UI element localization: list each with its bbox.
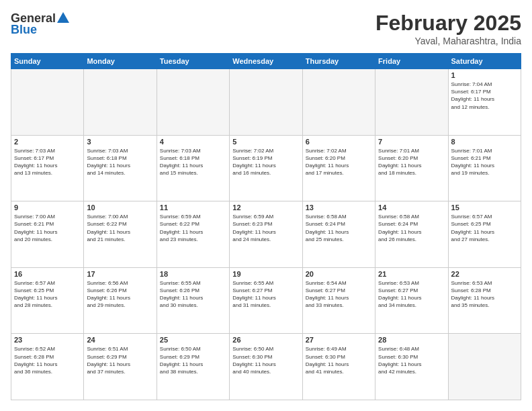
table-row: 9Sunrise: 7:00 AM Sunset: 6:21 PM Daylig…	[11, 201, 84, 268]
day-info: Sunrise: 7:01 AM Sunset: 6:20 PM Dayligh…	[378, 147, 445, 177]
day-info: Sunrise: 6:55 AM Sunset: 6:26 PM Dayligh…	[160, 279, 226, 310]
table-row: 24Sunrise: 6:51 AM Sunset: 6:29 PM Dayli…	[84, 334, 157, 400]
table-row: 5Sunrise: 7:02 AM Sunset: 6:19 PM Daylig…	[230, 135, 302, 201]
calendar-week-row: 16Sunrise: 6:57 AM Sunset: 6:25 PM Dayli…	[11, 267, 521, 334]
day-number: 7	[378, 138, 445, 146]
table-row: 4Sunrise: 7:03 AM Sunset: 6:18 PM Daylig…	[157, 135, 229, 201]
day-number: 19	[232, 270, 299, 278]
day-info: Sunrise: 6:51 AM Sunset: 6:29 PM Dayligh…	[87, 345, 153, 375]
table-row: 21Sunrise: 6:53 AM Sunset: 6:27 PM Dayli…	[375, 267, 448, 334]
day-info: Sunrise: 6:48 AM Sunset: 6:30 PM Dayligh…	[378, 345, 445, 375]
day-info: Sunrise: 6:49 AM Sunset: 6:30 PM Dayligh…	[306, 345, 372, 375]
col-sunday: Sunday	[11, 54, 84, 69]
calendar-week-row: 23Sunrise: 6:52 AM Sunset: 6:28 PM Dayli…	[11, 334, 521, 400]
table-row	[157, 69, 229, 136]
day-info: Sunrise: 6:57 AM Sunset: 6:25 PM Dayligh…	[451, 213, 518, 243]
day-number: 27	[306, 336, 372, 344]
day-info: Sunrise: 7:02 AM Sunset: 6:19 PM Dayligh…	[232, 147, 299, 177]
day-number: 8	[451, 138, 518, 146]
day-number: 15	[451, 203, 518, 212]
calendar-week-row: 2Sunrise: 7:03 AM Sunset: 6:17 PM Daylig…	[11, 135, 521, 201]
calendar-header-row: Sunday Monday Tuesday Wednesday Thursday…	[11, 54, 521, 69]
calendar-week-row: 1Sunrise: 7:04 AM Sunset: 6:17 PM Daylig…	[11, 69, 521, 136]
day-number: 23	[14, 336, 81, 344]
table-row: 23Sunrise: 6:52 AM Sunset: 6:28 PM Dayli…	[11, 334, 84, 400]
page: General Blue February 2025 Yaval, Mahara…	[0, 0, 532, 411]
day-number: 18	[160, 270, 226, 278]
day-info: Sunrise: 6:55 AM Sunset: 6:27 PM Dayligh…	[232, 279, 299, 310]
day-number: 16	[14, 270, 81, 278]
sub-title: Yaval, Maharashtra, India	[375, 36, 521, 46]
day-info: Sunrise: 6:50 AM Sunset: 6:29 PM Dayligh…	[160, 345, 226, 375]
day-number: 10	[87, 203, 153, 212]
table-row: 8Sunrise: 7:01 AM Sunset: 6:21 PM Daylig…	[448, 135, 521, 201]
main-title: February 2025	[375, 11, 521, 36]
table-row: 17Sunrise: 6:56 AM Sunset: 6:26 PM Dayli…	[84, 267, 157, 334]
day-number: 12	[232, 203, 299, 212]
col-monday: Monday	[84, 54, 157, 69]
calendar-week-row: 9Sunrise: 7:00 AM Sunset: 6:21 PM Daylig…	[11, 201, 521, 268]
table-row: 26Sunrise: 6:50 AM Sunset: 6:30 PM Dayli…	[230, 334, 302, 400]
day-info: Sunrise: 7:01 AM Sunset: 6:21 PM Dayligh…	[451, 147, 518, 177]
table-row: 6Sunrise: 7:02 AM Sunset: 6:20 PM Daylig…	[302, 135, 375, 201]
day-number: 3	[87, 138, 153, 146]
day-number: 28	[378, 336, 445, 344]
day-info: Sunrise: 7:00 AM Sunset: 6:21 PM Dayligh…	[14, 213, 81, 243]
day-number: 22	[451, 270, 518, 278]
day-number: 17	[87, 270, 153, 278]
table-row: 2Sunrise: 7:03 AM Sunset: 6:17 PM Daylig…	[11, 135, 84, 201]
title-block: February 2025 Yaval, Maharashtra, India	[375, 11, 521, 46]
table-row: 16Sunrise: 6:57 AM Sunset: 6:25 PM Dayli…	[11, 267, 84, 334]
day-info: Sunrise: 7:02 AM Sunset: 6:20 PM Dayligh…	[306, 147, 372, 177]
table-row: 3Sunrise: 7:03 AM Sunset: 6:18 PM Daylig…	[84, 135, 157, 201]
day-info: Sunrise: 6:53 AM Sunset: 6:28 PM Dayligh…	[451, 279, 518, 310]
table-row: 18Sunrise: 6:55 AM Sunset: 6:26 PM Dayli…	[157, 267, 229, 334]
day-number: 24	[87, 336, 153, 344]
table-row: 28Sunrise: 6:48 AM Sunset: 6:30 PM Dayli…	[375, 334, 448, 400]
table-row: 14Sunrise: 6:58 AM Sunset: 6:24 PM Dayli…	[375, 201, 448, 268]
table-row: 25Sunrise: 6:50 AM Sunset: 6:29 PM Dayli…	[157, 334, 229, 400]
day-number: 1	[451, 71, 518, 79]
day-info: Sunrise: 7:03 AM Sunset: 6:18 PM Dayligh…	[87, 147, 153, 177]
table-row	[84, 69, 157, 136]
day-number: 9	[14, 203, 81, 212]
table-row: 27Sunrise: 6:49 AM Sunset: 6:30 PM Dayli…	[302, 334, 375, 400]
table-row: 10Sunrise: 7:00 AM Sunset: 6:22 PM Dayli…	[84, 201, 157, 268]
day-number: 5	[232, 138, 299, 146]
table-row: 19Sunrise: 6:55 AM Sunset: 6:27 PM Dayli…	[230, 267, 302, 334]
day-info: Sunrise: 6:50 AM Sunset: 6:30 PM Dayligh…	[232, 345, 299, 375]
table-row	[11, 69, 84, 136]
day-info: Sunrise: 6:53 AM Sunset: 6:27 PM Dayligh…	[378, 279, 445, 310]
col-tuesday: Tuesday	[157, 54, 229, 69]
day-info: Sunrise: 7:03 AM Sunset: 6:17 PM Dayligh…	[14, 147, 81, 177]
col-thursday: Thursday	[302, 54, 375, 69]
table-row	[448, 334, 521, 400]
day-info: Sunrise: 6:57 AM Sunset: 6:25 PM Dayligh…	[14, 279, 81, 310]
day-number: 21	[378, 270, 445, 278]
day-number: 14	[378, 203, 445, 212]
header: General Blue February 2025 Yaval, Mahara…	[11, 11, 521, 46]
day-number: 25	[160, 336, 226, 344]
table-row: 22Sunrise: 6:53 AM Sunset: 6:28 PM Dayli…	[448, 267, 521, 334]
calendar-table: Sunday Monday Tuesday Wednesday Thursday…	[11, 53, 521, 400]
day-number: 26	[232, 336, 299, 344]
day-info: Sunrise: 6:58 AM Sunset: 6:24 PM Dayligh…	[378, 213, 445, 243]
table-row: 7Sunrise: 7:01 AM Sunset: 6:20 PM Daylig…	[375, 135, 448, 201]
table-row	[302, 69, 375, 136]
day-info: Sunrise: 6:56 AM Sunset: 6:26 PM Dayligh…	[87, 279, 153, 310]
logo-icon	[56, 11, 71, 26]
table-row: 20Sunrise: 6:54 AM Sunset: 6:27 PM Dayli…	[302, 267, 375, 334]
day-info: Sunrise: 7:03 AM Sunset: 6:18 PM Dayligh…	[160, 147, 226, 177]
day-number: 20	[306, 270, 372, 278]
table-row: 11Sunrise: 6:59 AM Sunset: 6:22 PM Dayli…	[157, 201, 229, 268]
col-wednesday: Wednesday	[230, 54, 302, 69]
day-info: Sunrise: 6:59 AM Sunset: 6:22 PM Dayligh…	[160, 213, 226, 243]
col-friday: Friday	[375, 54, 448, 69]
day-number: 13	[306, 203, 372, 212]
day-number: 2	[14, 138, 81, 146]
table-row: 13Sunrise: 6:58 AM Sunset: 6:24 PM Dayli…	[302, 201, 375, 268]
day-number: 11	[160, 203, 226, 212]
col-saturday: Saturday	[448, 54, 521, 69]
day-info: Sunrise: 6:54 AM Sunset: 6:27 PM Dayligh…	[306, 279, 372, 310]
table-row: 1Sunrise: 7:04 AM Sunset: 6:17 PM Daylig…	[448, 69, 521, 136]
